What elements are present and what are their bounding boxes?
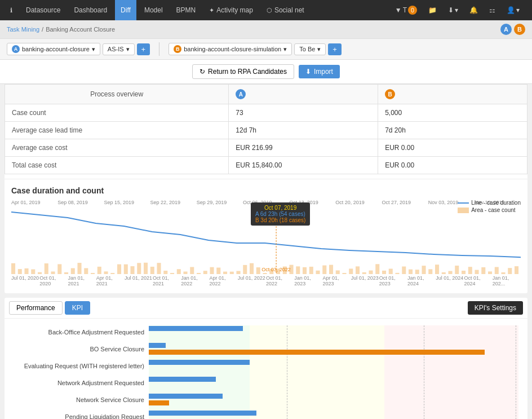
svg-rect-43 bbox=[296, 266, 300, 274]
svg-rect-26 bbox=[184, 272, 188, 274]
version-a-type-select[interactable]: AS-IS ▾ bbox=[103, 43, 135, 55]
kpi-settings-btn[interactable]: KPI's Settings bbox=[468, 301, 523, 315]
overview-row-b-3: EUR 0.00 bbox=[378, 157, 527, 174]
chart-section: Case duration and count Apr 01, 2019 Sep… bbox=[5, 179, 527, 293]
kpi-tabs: Performance KPI KPI's Settings bbox=[5, 298, 527, 319]
download-icon: ⬇ bbox=[448, 6, 454, 14]
bar-track-5 bbox=[149, 410, 518, 419]
bar-row-4: Network Service Closure bbox=[14, 393, 518, 407]
import-btn[interactable]: ⬇ Import bbox=[299, 65, 340, 78]
chart-wrapper[interactable]: Apr 01, 2019 Sep 08, 2019 Sep 15, 2019 S… bbox=[11, 200, 521, 286]
svg-rect-30 bbox=[210, 267, 214, 274]
xb-17: Oct 01, 2024 bbox=[464, 275, 493, 286]
bar-label-5: Pending Liquidation Request bbox=[14, 413, 149, 419]
svg-rect-9 bbox=[71, 268, 75, 274]
legend-line-swatch bbox=[458, 202, 469, 204]
filter-label: T bbox=[403, 6, 407, 14]
overview-title-cell: Process overview bbox=[5, 85, 229, 104]
filter-count: 0 bbox=[408, 6, 417, 15]
add-version-b-btn[interactable]: + bbox=[328, 43, 342, 55]
folder-icon: 📁 bbox=[428, 6, 437, 14]
legend-area-label: Area - case count bbox=[471, 207, 515, 213]
svg-rect-29 bbox=[203, 271, 207, 274]
bar-a-1 bbox=[149, 343, 166, 348]
bar-a-0 bbox=[149, 326, 243, 331]
badge-b-sm: B bbox=[174, 45, 181, 53]
xb-7: Jan 01, 2022 bbox=[181, 275, 209, 286]
overview-row-a-3: EUR 15,840.00 bbox=[229, 157, 378, 174]
xb-14: Oct 01, 2023 bbox=[379, 275, 407, 286]
svg-rect-31 bbox=[216, 268, 220, 274]
chart-legend: Line - case duration Area - case count bbox=[458, 200, 521, 214]
version-b-type-select[interactable]: To Be ▾ bbox=[294, 43, 326, 55]
bar-row-0: Back-Office Adjustment Requested bbox=[14, 325, 518, 339]
bar-rows-container: Back-Office Adjustment Requested BO Serv… bbox=[14, 325, 518, 419]
overview-row-label-0: Case count bbox=[5, 104, 229, 122]
nav-social-net[interactable]: ⬡ Social net bbox=[261, 0, 310, 20]
filter-btn[interactable]: ▼ T 0 bbox=[392, 6, 420, 15]
svg-rect-6 bbox=[51, 271, 55, 274]
nav-diff-label: Diff bbox=[121, 6, 131, 14]
svg-rect-1 bbox=[18, 269, 22, 274]
svg-rect-11 bbox=[84, 268, 88, 274]
svg-rect-34 bbox=[237, 271, 241, 274]
breadcrumb-parent[interactable]: Task Mining bbox=[7, 26, 39, 33]
svg-rect-49 bbox=[336, 270, 340, 274]
version-separator bbox=[159, 42, 159, 56]
badge-a-global: A bbox=[500, 24, 512, 35]
svg-rect-8 bbox=[64, 272, 68, 274]
nav-diff[interactable]: Diff bbox=[115, 0, 136, 20]
svg-rect-66 bbox=[449, 271, 453, 274]
bell-btn[interactable]: 🔔 bbox=[466, 6, 481, 14]
nav-activity-map[interactable]: ✦ Activity map bbox=[203, 0, 259, 20]
import-label: Import bbox=[314, 68, 333, 76]
bar-track-4 bbox=[149, 393, 518, 407]
refresh-icon: ↻ bbox=[200, 68, 205, 76]
bar-track-3 bbox=[149, 376, 518, 390]
grid-btn[interactable]: ⚏ bbox=[486, 6, 499, 14]
xb-1: Jul 01, 2020 bbox=[11, 275, 39, 286]
version-b-select[interactable]: B banking-account-closure-simulation ▾ bbox=[169, 43, 292, 55]
svg-rect-14 bbox=[104, 271, 108, 274]
tooltip-a: A 6d 23h (54 cases) bbox=[255, 211, 305, 217]
xb-4: Apr 01, 2021 bbox=[96, 275, 125, 286]
svg-rect-64 bbox=[435, 264, 439, 274]
version-a-name: banking-account-closure bbox=[22, 46, 90, 52]
svg-rect-62 bbox=[422, 266, 426, 274]
bar-row-1: BO Service Closure bbox=[14, 342, 518, 356]
svg-rect-68 bbox=[462, 271, 466, 274]
svg-rect-24 bbox=[170, 273, 174, 274]
svg-rect-70 bbox=[475, 270, 479, 274]
folder-btn[interactable]: 📁 bbox=[425, 6, 440, 14]
xb-8: Apr 01, 2022 bbox=[210, 275, 238, 286]
bar-label-3: Network Adjustment Requested bbox=[14, 380, 149, 386]
breadcrumb-separator: / bbox=[42, 26, 43, 33]
tab-kpi[interactable]: KPI bbox=[65, 301, 90, 315]
nav-social-label: Social net bbox=[274, 6, 304, 14]
return-rpa-btn[interactable]: ↻ Return to RPA Candidates bbox=[192, 64, 294, 79]
bar-row-2: Evaluating Request (WITH registered lett… bbox=[14, 359, 518, 373]
nav-info[interactable]: ℹ bbox=[5, 0, 18, 20]
tab-performance[interactable]: Performance bbox=[9, 301, 63, 315]
svg-rect-61 bbox=[415, 270, 419, 274]
download-chevron: ▾ bbox=[455, 6, 458, 14]
version-a-select[interactable]: A banking-account-closure ▾ bbox=[7, 43, 100, 55]
nav-dashboard[interactable]: Dashboard bbox=[68, 0, 113, 20]
svg-rect-4 bbox=[38, 272, 42, 274]
user-btn[interactable]: 👤 ▾ bbox=[503, 6, 523, 14]
badge-b-global: B bbox=[514, 24, 525, 35]
svg-rect-69 bbox=[468, 267, 472, 274]
svg-rect-46 bbox=[316, 271, 320, 274]
nav-datasource[interactable]: Datasource bbox=[20, 0, 66, 20]
x-label-3: Sep 15, 2019 bbox=[104, 200, 150, 205]
x-label-1: Apr 01, 2019 bbox=[11, 200, 57, 205]
nav-model[interactable]: Model bbox=[139, 0, 169, 20]
add-version-a-btn[interactable]: + bbox=[137, 43, 150, 55]
tooltip-b: B 3d 20h (18 cases) bbox=[255, 217, 306, 223]
nav-bpmn[interactable]: BPMN bbox=[171, 0, 202, 20]
svg-rect-5 bbox=[45, 263, 48, 274]
svg-rect-65 bbox=[442, 272, 446, 274]
svg-rect-27 bbox=[190, 267, 194, 274]
download-btn[interactable]: ⬇ ▾ bbox=[445, 6, 462, 14]
breadcrumb: Task Mining / Banking Account Closure A … bbox=[0, 20, 532, 39]
